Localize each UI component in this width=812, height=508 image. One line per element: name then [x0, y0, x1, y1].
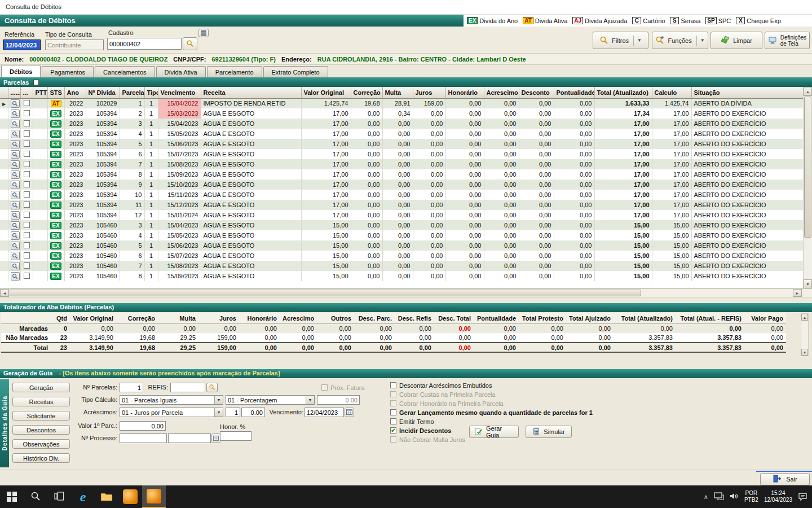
tab[interactable]: Extrato Completo	[263, 66, 328, 77]
guia-side-button[interactable]: Observações	[12, 439, 70, 449]
processo-input[interactable]	[120, 433, 167, 443]
guia-side-button[interactable]: Solicitante	[12, 411, 70, 421]
row-checkbox[interactable]	[24, 120, 30, 126]
table-row[interactable]: ▶ EX 2023 105394 7 1 15/08/2023 AGUA E E…	[0, 159, 803, 169]
gerar-guia-button[interactable]: Gerar Guia	[469, 426, 519, 438]
refis-input[interactable]	[170, 383, 205, 392]
guia-checkbox[interactable]: ✔ Cobrar Custas na Primeira Parcela	[390, 391, 593, 398]
table-row[interactable]: ▶ EX 2023 105394 5 1 15/06/2023 AGUA E E…	[0, 139, 803, 149]
table-row[interactable]: ▶ EX 2023 105460 5 1 15/06/2023 AGUA E E…	[0, 240, 803, 251]
funcoes-button[interactable]: Funções ▼	[652, 32, 708, 49]
row-checkbox[interactable]	[24, 252, 30, 259]
table-row[interactable]: ▶ EX 2023 105394 12 1 15/01/2024 AGUA E …	[0, 210, 803, 220]
row-checkbox[interactable]	[24, 212, 30, 218]
processo-lookup-button[interactable]	[211, 433, 220, 443]
row-checkbox[interactable]	[24, 222, 30, 228]
table-row[interactable]: ▶ EX 2023 105460 8 1 15/09/2023 AGUA E E…	[0, 271, 803, 281]
calendar-button[interactable]	[345, 408, 354, 417]
processo-doc-input[interactable]	[168, 433, 211, 443]
task-view-button[interactable]	[47, 485, 71, 508]
definicoes-tela-button[interactable]: Definições de Tela	[765, 32, 810, 49]
guia-side-button[interactable]: Geração	[12, 383, 70, 392]
row-checkbox[interactable]	[24, 151, 30, 157]
scroll-up-icon[interactable]: ▲	[804, 87, 812, 96]
magnifier-icon[interactable]	[11, 211, 20, 220]
percentual-input[interactable]	[317, 395, 360, 405]
acrescimos-select[interactable]: 01 - Juros por Parcela ▼	[120, 408, 223, 417]
vertical-scrollbar[interactable]: ▲ ▼	[803, 87, 812, 288]
magnifier-icon[interactable]	[11, 272, 20, 281]
chevron-down-icon[interactable]: ▼	[696, 36, 705, 46]
taskbar-search-button[interactable]	[24, 485, 47, 508]
magnifier-icon[interactable]	[11, 160, 20, 169]
horizontal-scrollbar[interactable]: ◄ ►	[0, 288, 812, 297]
app-button[interactable]	[118, 485, 142, 508]
language-indicator[interactable]: POR PTB2	[744, 490, 758, 503]
row-checkbox[interactable]	[24, 181, 30, 187]
row-checkbox[interactable]	[24, 110, 30, 116]
magnifier-icon[interactable]	[11, 262, 20, 270]
magnifier-icon[interactable]	[11, 242, 20, 250]
table-row[interactable]: ▶ EX 2023 105394 6 1 15/07/2023 AGUA E E…	[0, 149, 803, 159]
magnifier-icon[interactable]	[11, 150, 20, 159]
scroll-down-icon[interactable]: ▼	[801, 349, 808, 356]
magnifier-icon[interactable]	[11, 140, 20, 148]
refis-search-button[interactable]	[206, 383, 218, 392]
file-explorer-button[interactable]	[95, 485, 118, 508]
row-checkbox[interactable]	[24, 171, 30, 177]
magnifier-icon[interactable]	[11, 252, 20, 260]
row-checkbox[interactable]	[24, 262, 30, 269]
magnifier-icon[interactable]	[11, 191, 20, 199]
tab[interactable]: Pagamentos	[42, 66, 94, 77]
row-checkbox[interactable]	[24, 161, 30, 167]
magnifier-icon[interactable]	[11, 221, 20, 230]
table-row[interactable]: ▶ EX 2023 105394 3 1 15/04/2023 AGUA E E…	[0, 119, 803, 129]
table-row[interactable]: ▶ EX 2023 105394 2 1 15/03/2023 AGUA E E…	[0, 108, 803, 119]
tray-chevron-icon[interactable]: ∧	[704, 493, 708, 501]
table-row[interactable]: ▶ EX 2023 105460 4 1 15/05/2023 AGUA E E…	[0, 230, 803, 240]
acrescimos-valor-input[interactable]	[241, 408, 265, 417]
table-row[interactable]: ▶ EX 2023 105394 8 1 15/09/2023 AGUA E E…	[0, 169, 803, 179]
magnifier-icon[interactable]	[11, 201, 20, 209]
table-row[interactable]: ▶ EX 2023 105460 7 1 15/08/2023 AGUA E E…	[0, 261, 803, 271]
speaker-icon[interactable]	[730, 492, 739, 501]
vertical-scroll-thumb[interactable]	[804, 97, 811, 238]
tipo-calculo2-select[interactable]: 01 - Porcentagem ▼	[226, 395, 315, 405]
table-row[interactable]: ▶ EX 2023 105394 4 1 15/05/2023 AGUA E E…	[0, 129, 803, 139]
valor-parcela-input[interactable]	[120, 421, 166, 431]
table-row[interactable]: ▶ EX 2023 105394 11 1 15/12/2023 AGUA E …	[0, 200, 803, 210]
tab[interactable]: Débitos	[1, 65, 41, 77]
magnifier-icon[interactable]	[11, 110, 20, 118]
horizontal-scroll-thumb[interactable]	[10, 290, 641, 296]
row-checkbox[interactable]	[24, 232, 30, 238]
scroll-up-icon[interactable]: ▲	[801, 314, 808, 321]
guia-checkbox[interactable]: ✔ Cobrar Honorário na Primeira Parcela	[390, 400, 593, 407]
table-row[interactable]: ▶ AT 2022 102029 1 1 15/04/2022 IMPOSTO …	[0, 98, 803, 108]
chevron-down-icon[interactable]: ▼	[633, 36, 642, 46]
start-button[interactable]	[0, 485, 24, 508]
cadastro-input[interactable]	[107, 38, 182, 50]
row-checkbox[interactable]	[24, 191, 30, 198]
magnifier-icon[interactable]	[11, 130, 20, 138]
magnifier-icon[interactable]	[11, 170, 20, 179]
acrescimos-n-input[interactable]	[226, 408, 240, 417]
limpar-button[interactable]: Limpar	[710, 32, 762, 49]
tab[interactable]: Parcelamento	[207, 66, 262, 77]
honorario-pct-input[interactable]	[220, 431, 251, 441]
scroll-down-icon[interactable]: ▼	[804, 279, 812, 288]
browser-button[interactable]: e	[71, 485, 95, 508]
num-parcelas-input[interactable]	[120, 383, 143, 392]
app-button-active[interactable]	[142, 485, 166, 508]
parcelas-checkbox[interactable]	[33, 80, 39, 85]
guia-side-button[interactable]: Descontos	[12, 425, 70, 435]
row-checkbox[interactable]	[24, 242, 30, 248]
table-row[interactable]: ▶ EX 2023 105460 3 1 15/04/2023 AGUA E E…	[0, 220, 803, 230]
network-icon[interactable]	[714, 492, 724, 501]
magnifier-icon[interactable]	[11, 181, 20, 189]
scroll-right-icon[interactable]: ►	[793, 289, 802, 297]
sair-button[interactable]: Sair	[760, 473, 810, 485]
grid-options-button[interactable]	[198, 29, 209, 37]
magnifier-icon[interactable]	[11, 120, 20, 128]
simular-button[interactable]: Simular	[526, 426, 572, 438]
row-checkbox[interactable]	[24, 141, 30, 147]
